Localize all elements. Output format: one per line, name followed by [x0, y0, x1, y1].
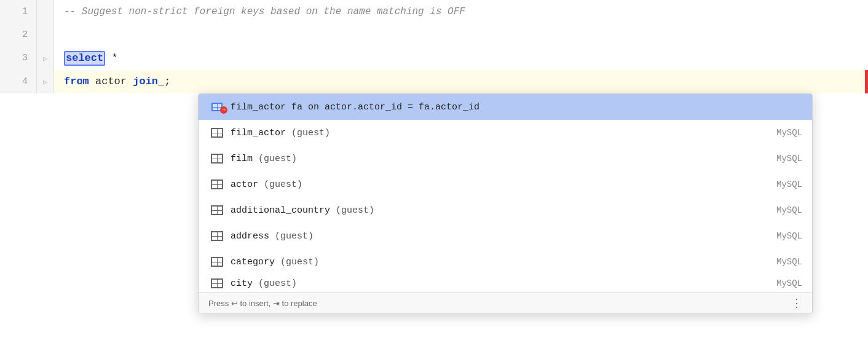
- editor-line-3: 3 ▷ select *: [0, 47, 868, 70]
- table-grid-5: [211, 231, 223, 241]
- footer-hint: Press ↩ to insert, ⇥ to replace: [208, 299, 317, 308]
- editor-line-2: 2: [0, 23, 868, 47]
- item-icon-7: [208, 278, 226, 288]
- autocomplete-footer: Press ↩ to insert, ⇥ to replace ⋮: [199, 292, 812, 313]
- table-grid-4: [211, 205, 223, 215]
- item-text-7: city (guest): [231, 278, 771, 289]
- item-schema-hint-2: (guest): [258, 154, 297, 164]
- tc-4: [218, 262, 223, 266]
- tc-3: [212, 133, 217, 137]
- tc-4: [218, 237, 223, 240]
- keyword-from: from: [64, 70, 89, 93]
- item-text-2: film (guest): [231, 154, 771, 164]
- autocomplete-item-1[interactable]: film_actor (guest) MySQL: [199, 120, 812, 146]
- autocomplete-item-6[interactable]: category (guest) MySQL: [199, 249, 812, 275]
- tc-3: [212, 237, 217, 240]
- tc-1: [212, 232, 217, 236]
- item-schema-hint-5: (guest): [275, 231, 314, 242]
- line-gutter-4: ▷: [37, 70, 54, 93]
- item-text-6: category (guest): [231, 257, 771, 267]
- item-icon-1: [208, 128, 226, 138]
- item-icon-3: [208, 179, 226, 189]
- line-content-1: -- Suggest non-strict foreign keys based…: [54, 0, 868, 23]
- line-gutter-1: [37, 0, 54, 23]
- tc-2: [218, 280, 223, 283]
- error-marker-line4: [865, 70, 868, 93]
- item-icon-5: [208, 231, 226, 241]
- line-content-4[interactable]: from actor join_;: [54, 70, 868, 93]
- tc-4: [218, 133, 223, 137]
- autocomplete-item-3[interactable]: actor (guest) MySQL: [199, 172, 812, 197]
- item-name-1: film_actor: [231, 128, 286, 138]
- line-gutter-3: ▷: [37, 47, 54, 70]
- table-grid-2: [211, 154, 223, 164]
- tc-1: [212, 181, 217, 184]
- line-gutter-2: [37, 23, 54, 47]
- line-content-2: [54, 23, 868, 47]
- item-name-5: address: [231, 231, 269, 242]
- tc-1: [212, 258, 217, 262]
- line-number-4: 4: [0, 70, 37, 93]
- item-icon-4: [208, 205, 226, 215]
- autocomplete-item-4[interactable]: additional_country (guest) MySQL: [199, 197, 812, 223]
- tc-4: [218, 185, 223, 189]
- item-schema-hint-6: (guest): [280, 257, 319, 267]
- item-schema-2: MySQL: [776, 154, 802, 164]
- item-schema-7: MySQL: [776, 278, 802, 288]
- table-grid-1: [211, 128, 223, 138]
- tc-2: [218, 258, 223, 262]
- item-schema-hint-7: (guest): [258, 278, 297, 289]
- join-cell-3: [213, 108, 217, 111]
- autocomplete-item-2[interactable]: film (guest) MySQL: [199, 146, 812, 172]
- table-grid-7: [211, 278, 223, 288]
- item-schema-1: MySQL: [776, 128, 802, 138]
- join-cell-2: [218, 104, 222, 107]
- table-grid-3: [211, 179, 223, 189]
- join-cell-1: [213, 104, 217, 107]
- item-text-5: address (guest): [231, 231, 771, 242]
- join-icon: →: [211, 103, 223, 111]
- breakpoint-icon-3[interactable]: ▷: [43, 55, 47, 63]
- editor-line-1: 1 -- Suggest non-strict foreign keys bas…: [0, 0, 868, 23]
- line3-rest: *: [105, 47, 117, 70]
- more-options-icon[interactable]: ⋮: [791, 296, 802, 310]
- item-name-2: film: [231, 154, 253, 164]
- line-number-1: 1: [0, 0, 37, 23]
- tc-2: [218, 232, 223, 236]
- tc-3: [212, 262, 217, 266]
- item-text-3: actor (guest): [231, 179, 771, 190]
- tc-2: [218, 155, 223, 159]
- tc-3: [212, 185, 217, 189]
- item-schema-hint-1: (guest): [291, 128, 330, 138]
- autocomplete-dropdown: → film_actor fa on actor.actor_id = fa.a…: [198, 93, 813, 314]
- item-schema-hint-4: (guest): [336, 205, 374, 216]
- line4-cursor: _;: [158, 70, 170, 93]
- item-name-3: actor: [231, 179, 258, 190]
- cursor-selection-3: select: [64, 51, 105, 66]
- table-grid-6: [211, 257, 223, 267]
- item-icon-2: [208, 154, 226, 164]
- autocomplete-item-7[interactable]: city (guest) MySQL: [199, 275, 812, 292]
- tc-3: [212, 284, 217, 288]
- line-number-2: 2: [0, 23, 37, 47]
- line-content-3[interactable]: select *: [54, 47, 868, 70]
- tc-1: [212, 280, 217, 283]
- autocomplete-item-5[interactable]: address (guest) MySQL: [199, 223, 812, 249]
- tc-1: [212, 129, 217, 133]
- tc-2: [218, 129, 223, 133]
- line-number-3: 3: [0, 47, 37, 70]
- tc-4: [218, 211, 223, 215]
- tc-3: [212, 159, 217, 163]
- item-name-4: additional_country: [231, 205, 330, 216]
- item-icon-6: [208, 257, 226, 267]
- tc-1: [212, 207, 217, 210]
- tc-1: [212, 155, 217, 159]
- autocomplete-item-0[interactable]: → film_actor fa on actor.actor_id = fa.a…: [199, 94, 812, 120]
- comment-line-1: -- Suggest non-strict foreign keys based…: [64, 0, 465, 23]
- keyword-select: select: [66, 52, 103, 64]
- item-schema-4: MySQL: [776, 205, 802, 215]
- tc-2: [218, 181, 223, 184]
- item-text-1: film_actor (guest): [231, 128, 771, 138]
- breakpoint-icon-4[interactable]: ▷: [43, 78, 47, 86]
- line4-actor: actor: [89, 70, 133, 93]
